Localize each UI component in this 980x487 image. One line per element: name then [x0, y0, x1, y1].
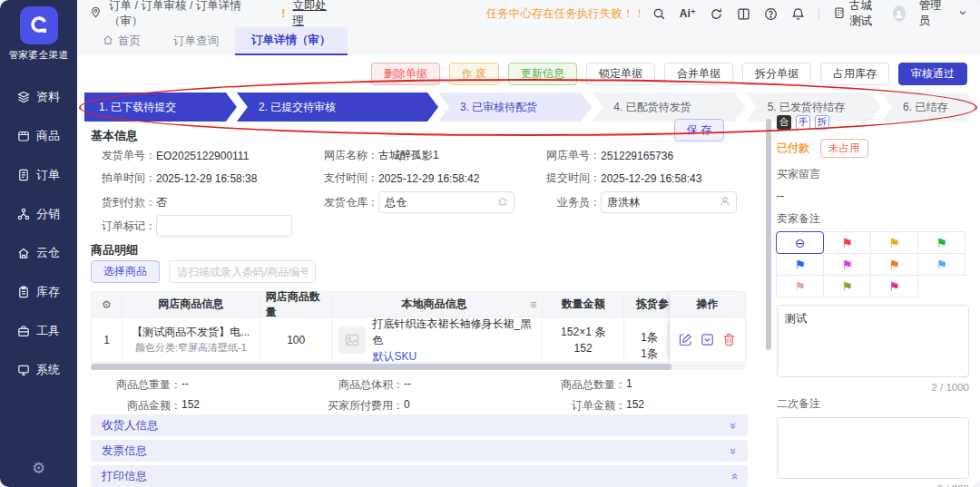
tab-label: 首页	[118, 34, 141, 49]
approve-button[interactable]: 审核通过	[898, 63, 967, 85]
tabbar: 首页 订单查询 订单详情（审）	[77, 27, 980, 55]
flag-yellow[interactable]: ⚑	[870, 231, 918, 254]
flag-orange[interactable]: ⚑	[870, 253, 918, 276]
seller-remark-textarea[interactable]: 测试	[777, 305, 969, 377]
company-icon	[833, 6, 846, 22]
flag-magenta[interactable]: ⚑	[823, 253, 871, 276]
sidebar-item-products[interactable]: 商品	[17, 128, 60, 144]
company-switcher[interactable]: 古城测试	[833, 0, 879, 29]
salesman-input[interactable]: 唐洪林	[601, 191, 737, 213]
sidebar-item-inventory[interactable]: 库存	[17, 284, 60, 300]
sidebar-item-label: 订单	[36, 167, 60, 183]
flag-icon: ⚑	[794, 258, 806, 272]
order-detail-column: 基本信息 保 存 发货单号：EO2025122900111 网店名称：古城醉孤影…	[91, 55, 750, 486]
save-basic-info-button[interactable]: 保 存	[674, 119, 724, 141]
shipment-no-value: EO2025122900111	[156, 150, 249, 162]
tab-order-detail-audit[interactable]: 订单详情（审）	[235, 27, 348, 55]
order-type-badges: 合 手 拆	[777, 115, 970, 130]
flag-icon: ⚑	[936, 258, 947, 272]
sidebar-item-label: 系统	[36, 362, 60, 378]
sidebar-item-cloud-warehouse[interactable]: 云仓	[17, 245, 60, 261]
task-failure-warning: 任务中心存在任务执行失败！！	[486, 6, 645, 22]
ai-assistant-icon[interactable]: Ai⁺	[680, 7, 696, 20]
breadcrumb: 订单 / 订单审核 / 订单详情（审）	[109, 0, 260, 29]
refresh-icon[interactable]	[710, 6, 723, 21]
user-role[interactable]: 管理员	[919, 0, 945, 29]
field-label: 提交时间：	[535, 170, 601, 186]
product-amount-label: 商品金额：	[91, 398, 181, 414]
select-product-button[interactable]: 选择商品	[91, 260, 160, 283]
sidebar-item-label: 分销	[36, 206, 60, 222]
col-local-product: 本地商品信息≡	[333, 292, 544, 317]
split-order-button[interactable]: 拆分单据	[742, 63, 811, 85]
table-horizontal-scrollbar[interactable]	[91, 364, 746, 370]
flag-none[interactable]: ⊖	[776, 231, 824, 254]
notification-bell-icon[interactable]	[791, 6, 805, 21]
not-occupied-badge: 未占用	[820, 139, 868, 158]
person-icon	[720, 196, 730, 209]
sidebar-item-system[interactable]: 系统	[17, 362, 60, 378]
badge-manual: 手	[796, 115, 810, 130]
edit-icon[interactable]	[679, 332, 693, 347]
section-consignee-info[interactable]: 收货人信息 »	[91, 414, 748, 436]
flag-green[interactable]: ⚑	[917, 231, 965, 254]
home-icon	[103, 34, 113, 48]
location-pin-icon	[90, 6, 102, 21]
delete-trash-icon[interactable]	[721, 332, 736, 347]
barcode-scan-input[interactable]	[169, 260, 316, 283]
salesman-value: 唐洪林	[607, 195, 640, 210]
pick-line2: 1条	[641, 346, 658, 362]
package-icon[interactable]	[701, 332, 715, 347]
sidebar-item-data[interactable]: 资料	[17, 89, 60, 105]
book-icon[interactable]	[737, 6, 750, 21]
section-print-info[interactable]: 打印信息 »	[91, 465, 748, 487]
scrollbar-thumb[interactable]	[91, 364, 671, 370]
sidebar-item-label: 库存	[36, 284, 60, 300]
vertical-scrollbar[interactable]	[766, 119, 771, 350]
sidebar-item-label: 云仓	[36, 245, 60, 261]
handle-now-link[interactable]: 立即处理	[292, 0, 333, 29]
field-label: 发货仓库：	[313, 195, 378, 210]
warehouse-input[interactable]: 总仓	[378, 191, 514, 213]
sidebar-item-distribution[interactable]: 分销	[17, 206, 60, 222]
share-network-icon	[17, 208, 30, 220]
section-invoice-info[interactable]: 发票信息 »	[91, 440, 748, 462]
monitor-icon	[17, 364, 30, 376]
order-mark-input[interactable]	[156, 215, 292, 237]
flag-pale-pink[interactable]: ⚑	[776, 275, 824, 297]
flag-icon: ⚑	[841, 279, 853, 294]
help-icon[interactable]	[764, 6, 778, 21]
main-content: 删除单据 作 废 更新信息 锁定单据 合并单据 拆分单据 占用库存 审核通过 1…	[77, 55, 980, 487]
flag-rose[interactable]: ⚑	[870, 275, 918, 297]
table-header-row: ⚙ 网店商品信息 网店商品数量 本地商品信息≡ 数量金额 拣货参 操作	[92, 292, 746, 317]
sku-link[interactable]: 默认SKU	[373, 348, 417, 365]
flag-olive[interactable]: ⚑	[823, 275, 871, 297]
topbar-divider	[818, 7, 819, 20]
product-table: ⚙ 网店商品信息 网店商品数量 本地商品信息≡ 数量金额 拣货参 操作 1 【测…	[91, 291, 746, 363]
field-label: 货到付款：	[91, 195, 156, 210]
sidebar-item-tools[interactable]: 工具	[17, 323, 60, 339]
col-shop-qty: 网店商品数量	[260, 292, 333, 317]
flag-red[interactable]: ⚑	[823, 231, 871, 254]
settings-gear-icon[interactable]: ⚙	[32, 459, 45, 478]
second-remark-label: 二次备注	[777, 396, 970, 412]
search-icon[interactable]	[652, 6, 666, 21]
flag-icon: ⚑	[888, 236, 900, 250]
col-shop-product: 网店商品信息	[122, 292, 260, 317]
user-avatar[interactable]	[893, 5, 906, 22]
flag-blue[interactable]: ⚑	[776, 253, 824, 276]
field-label: 订单标记：	[91, 219, 156, 234]
column-settings-gear-icon[interactable]: ⚙	[92, 292, 122, 317]
menu-icon[interactable]: ≡	[530, 298, 536, 311]
buyer-paid-label: 买家所付费用：	[313, 398, 404, 414]
flag-sky[interactable]: ⚑	[917, 253, 965, 276]
sidebar-item-orders[interactable]: 订单	[17, 167, 60, 183]
chevron-down-icon[interactable]	[958, 7, 967, 20]
second-remark-textarea[interactable]	[777, 417, 969, 479]
sidebar-item-label: 资料	[36, 89, 60, 105]
occupy-stock-button[interactable]: 占用库存	[820, 63, 889, 85]
tab-home[interactable]: 首页	[86, 27, 157, 55]
tab-order-query[interactable]: 订单查询	[157, 27, 235, 55]
second-remark-counter: 0 / 200	[777, 483, 969, 487]
cloud-house-icon	[17, 247, 30, 259]
